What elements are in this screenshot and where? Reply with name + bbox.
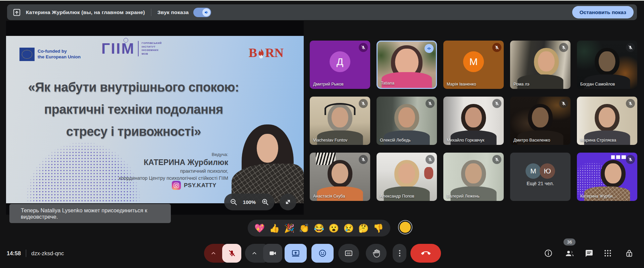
shared-screen-stage: Co-funded bythe European Union ГІІМ ГОРЛ… bbox=[6, 21, 304, 215]
reaction-cry[interactable]: 😢 bbox=[343, 224, 354, 232]
participant-name: Марія Іваненко bbox=[447, 82, 476, 87]
presenter-photo bbox=[232, 124, 304, 203]
share-sound-label: Звук показа bbox=[157, 9, 189, 15]
divider bbox=[151, 9, 151, 16]
reaction-party[interactable]: 🎉 bbox=[284, 224, 294, 232]
clock: 14:58 bbox=[7, 250, 21, 257]
meeting-details-button[interactable] bbox=[542, 247, 555, 260]
camera-control-group bbox=[245, 244, 282, 263]
participant-name: Дмитро Василенко bbox=[513, 138, 550, 143]
reaction-thumbs-up[interactable]: 👍 bbox=[269, 224, 280, 232]
participant-name: Богдан Самойлов bbox=[580, 82, 615, 87]
participant-tile[interactable]: Михайло Горкавчук bbox=[443, 97, 504, 145]
participant-tile-speaking[interactable]: Tatiana bbox=[377, 41, 437, 89]
participant-name: Рома лэ bbox=[513, 82, 529, 87]
raise-hand-button[interactable] bbox=[366, 244, 387, 263]
participant-tile[interactable]: М Марія Іваненко bbox=[443, 41, 504, 89]
flame-icon bbox=[257, 48, 265, 59]
presenting-banner: Катерина Журбилюк (вы, на главном экране… bbox=[7, 4, 637, 20]
speaker-icon bbox=[202, 8, 210, 16]
participant-name: Марина Стріляєва bbox=[580, 138, 616, 143]
mic-off-icon bbox=[359, 99, 368, 108]
mic-off-icon bbox=[492, 99, 501, 108]
mic-off-icon bbox=[626, 43, 635, 52]
captions-button[interactable]: CC bbox=[338, 244, 359, 263]
participant-tile[interactable]: Богдан Самойлов bbox=[577, 41, 637, 89]
activities-button[interactable] bbox=[601, 247, 614, 260]
participant-tile[interactable]: Катерина Журби… bbox=[577, 153, 637, 201]
end-call-button[interactable] bbox=[410, 244, 441, 263]
participant-name: Александр Попов bbox=[380, 194, 414, 199]
toast-notification: Теперь Nataliya Lysenko может присоедини… bbox=[9, 204, 171, 223]
mic-muted-button[interactable] bbox=[222, 244, 241, 263]
eu-cofunded-text: Co-funded bythe European Union bbox=[38, 48, 81, 60]
host-info: Ведуча: КАТЕРИНА Журбилюк практичний пси… bbox=[119, 152, 228, 181]
participant-tile[interactable]: Валерий Лежень bbox=[443, 153, 504, 201]
overflow-participants-tile[interactable]: М Ю Ещё 21 чел. bbox=[510, 153, 571, 201]
stop-presenting-button[interactable]: Остановить показ bbox=[572, 6, 634, 18]
meeting-code: dzx-zksd-qnc bbox=[31, 250, 64, 257]
participant-name: Дмитрий Рыков bbox=[313, 82, 344, 87]
reaction-laugh[interactable]: 😂 bbox=[314, 224, 324, 232]
divider bbox=[26, 250, 26, 257]
eu-stars bbox=[22, 50, 32, 59]
share-sound-toggle[interactable] bbox=[193, 8, 211, 17]
participant-name: Viacheslav Funtov bbox=[313, 138, 347, 143]
reaction-surprised[interactable]: 😮 bbox=[329, 224, 339, 232]
participants-button[interactable] bbox=[563, 247, 576, 260]
participant-tile[interactable]: Олексій Лебедь bbox=[377, 97, 437, 145]
participant-tile[interactable]: Александр Попов bbox=[377, 153, 437, 201]
participant-tile[interactable]: Дмитро Василенко bbox=[510, 97, 571, 145]
mic-off-icon bbox=[426, 99, 435, 108]
mic-off-icon bbox=[359, 43, 368, 52]
presentation-slide: Co-funded bythe European Union ГІІМ ГОРЛ… bbox=[6, 36, 304, 203]
mic-off-icon bbox=[626, 155, 635, 164]
giim-institute-name: ГОРЛІВСЬКИЙІНСТИТУТ ІНОЗЕМНИХМОВ bbox=[142, 42, 162, 56]
participant-tile[interactable]: Рома лэ bbox=[510, 41, 571, 89]
audio-level-icon bbox=[425, 44, 434, 53]
camera-button[interactable] bbox=[263, 244, 282, 263]
participant-name: Михайло Горкавчук bbox=[447, 138, 484, 143]
participant-tile[interactable]: Viacheslav Funtov bbox=[310, 97, 370, 145]
reactions-button[interactable] bbox=[311, 244, 334, 263]
zoom-controls: 100% bbox=[224, 194, 275, 210]
chat-button[interactable] bbox=[582, 247, 596, 260]
participant-name: Валерий Лежень bbox=[447, 194, 480, 199]
mic-off-icon bbox=[559, 99, 568, 108]
zoom-in-button[interactable] bbox=[261, 198, 269, 206]
avatar: М bbox=[526, 163, 541, 179]
svg-text:CC: CC bbox=[347, 252, 351, 255]
more-options-button[interactable] bbox=[393, 244, 406, 263]
reaction-clap[interactable]: 👏 bbox=[299, 224, 309, 232]
zoom-out-button[interactable] bbox=[230, 198, 238, 206]
participant-tile[interactable]: Анастасія Скуба bbox=[310, 153, 370, 201]
avatar: М bbox=[463, 51, 484, 72]
participant-tile[interactable]: Д Дмитрий Рыков bbox=[310, 41, 370, 89]
overflow-count-label: Ещё 21 чел. bbox=[510, 181, 571, 186]
slide-title: «Як набути внутрішнього спокою: практичн… bbox=[6, 76, 261, 143]
avatar: Д bbox=[330, 51, 350, 72]
mic-off-icon bbox=[559, 43, 568, 52]
mic-off-icon bbox=[626, 99, 635, 108]
skin-tone-button[interactable] bbox=[400, 222, 411, 233]
reaction-thumbs-down[interactable]: 👎 bbox=[373, 224, 384, 232]
participant-name: Катерина Журби… bbox=[580, 194, 617, 199]
giim-logo: ГІІМ ГОРЛІВСЬКИЙІНСТИТУТ ІНОЗЕМНИХМОВ bbox=[101, 41, 162, 57]
avatar: Ю bbox=[540, 163, 555, 179]
overflow-avatars: М Ю bbox=[526, 163, 555, 179]
participant-name: Олексій Лебедь bbox=[380, 138, 410, 143]
mic-control-group bbox=[204, 244, 241, 263]
fullscreen-button[interactable] bbox=[280, 194, 296, 210]
headphones bbox=[325, 103, 356, 115]
giim-globe-icon bbox=[123, 38, 128, 43]
participant-tile[interactable]: Марина Стріляєва bbox=[577, 97, 637, 145]
participants-count-badge: 36 bbox=[563, 238, 576, 246]
reaction-thinking[interactable]: 🤔 bbox=[358, 224, 369, 232]
zoom-level: 100% bbox=[243, 199, 256, 205]
google-meet-window: Катерина Журбилюк (вы, на главном экране… bbox=[0, 0, 644, 268]
eu-flag-logo bbox=[19, 48, 35, 61]
present-button[interactable] bbox=[285, 244, 307, 263]
host-controls-button[interactable] bbox=[623, 247, 636, 260]
reaction-heart[interactable]: 💖 bbox=[254, 224, 265, 232]
more-dots-icon bbox=[399, 253, 400, 254]
